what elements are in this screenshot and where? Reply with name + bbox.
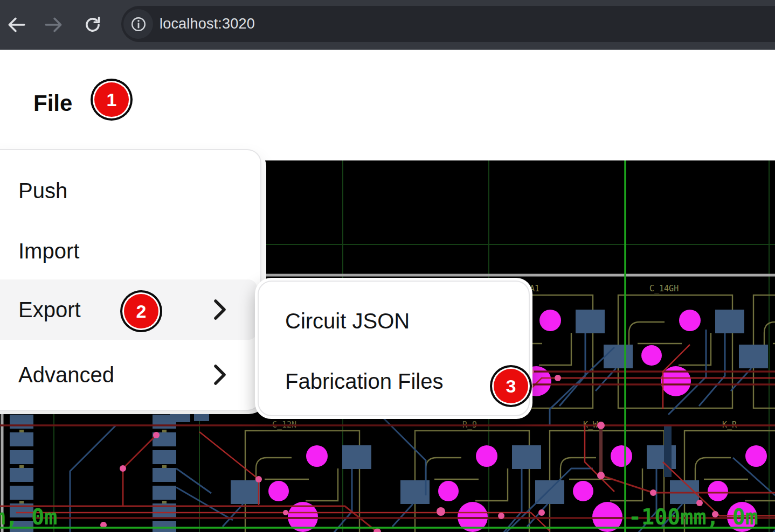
forward-button[interactable] [42,13,66,37]
arrow-left-icon [6,15,26,35]
site-info-button[interactable] [123,9,153,39]
export-submenu: Circuit JSON Fabrication Files [255,278,532,419]
menu-item-import[interactable]: Import [0,227,260,275]
arrow-right-icon [44,15,64,35]
file-menu-button[interactable]: File [33,90,72,116]
reload-icon [82,15,103,35]
submenu-item-label: Circuit JSON [285,309,410,333]
menu-item-label: Advanced [18,363,114,387]
annotation-badge-1: 1 [94,82,129,117]
menu-item-label: Export [18,298,81,322]
submenu-item-label: Fabrication Files [285,369,443,394]
menu-item-label: Import [18,239,79,263]
file-dropdown-menu: Push Import Export Advanced [0,149,266,414]
submenu-item-circuit-json[interactable]: Circuit JSON [259,297,529,345]
url-text: localhost:3020 [160,16,255,32]
chevron-right-icon [211,363,227,386]
menu-item-advanced[interactable]: Advanced [0,351,260,399]
pcb-ref-label: C_14GH [649,284,679,293]
reload-button[interactable] [81,13,105,37]
info-circle-icon [129,15,148,33]
menu-item-push[interactable]: Push [0,166,260,215]
menu-panel: Push Import Export Advanced [0,149,261,411]
app-window: localhost:3020 [0,0,775,532]
submenu-item-fabrication-files[interactable]: Fabrication Files [259,357,529,405]
submenu-panel: Circuit JSON Fabrication Files [258,281,530,416]
chevron-right-icon [211,298,227,321]
pcb-coord-label-right: -100mm, 0m [628,505,758,529]
annotation-badge-2: 2 [124,294,158,328]
menu-item-label: Push [18,179,67,203]
back-button[interactable] [4,13,28,37]
url-bar[interactable]: localhost:3020 [121,6,775,42]
browser-toolbar: localhost:3020 [0,0,775,50]
pcb-coord-label-left: m, 0m [0,505,57,529]
annotation-badge-3: 3 [494,369,528,403]
